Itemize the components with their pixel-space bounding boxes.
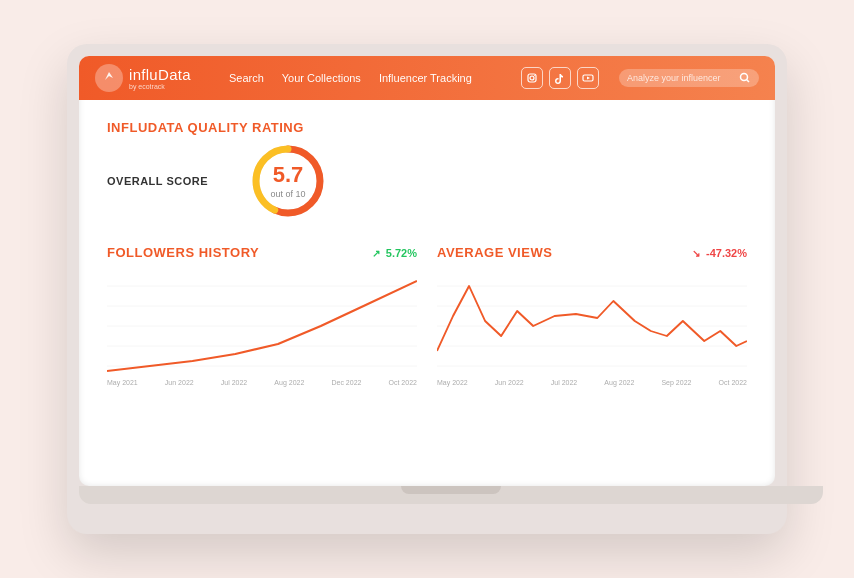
score-text: 5.7 out of 10 — [271, 162, 306, 199]
main-content: INFLUDATA QUALITY RATING OVERALL SCORE — [79, 100, 775, 406]
followers-chart-area — [107, 266, 417, 376]
social-icons — [521, 67, 599, 89]
followers-title: FOLLOWERS HISTORY — [107, 245, 259, 260]
views-chart-labels: May 2022 Jun 2022 Jul 2022 Aug 2022 Sep … — [437, 379, 747, 386]
tiktok-icon[interactable] — [549, 67, 571, 89]
views-chart-header: AVERAGE VIEWS ↘ -47.32% — [437, 245, 747, 260]
views-title: AVERAGE VIEWS — [437, 245, 552, 260]
overall-label: OVERALL SCORE — [107, 175, 208, 187]
instagram-icon[interactable] — [521, 67, 543, 89]
views-label-3: Aug 2022 — [604, 379, 634, 386]
nav-links: Search Your Collections Influencer Track… — [229, 72, 472, 84]
views-arrow-icon: ↘ — [692, 248, 700, 259]
followers-label-5: Oct 2022 — [389, 379, 417, 386]
svg-line-6 — [747, 80, 750, 83]
svg-marker-4 — [587, 77, 590, 80]
logo-text: influData — [129, 66, 191, 83]
score-donut: 5.7 out of 10 — [248, 141, 328, 221]
views-stat: ↘ -47.32% — [692, 247, 747, 259]
followers-label-3: Aug 2022 — [274, 379, 304, 386]
score-value: 5.7 — [271, 162, 306, 188]
followers-label-2: Jul 2022 — [221, 379, 247, 386]
followers-chart-labels: May 2021 Jun 2022 Jul 2022 Aug 2022 Dec … — [107, 379, 417, 386]
logo-sub: by ecotrack — [129, 83, 191, 90]
average-views-section: AVERAGE VIEWS ↘ -47.32% — [437, 245, 747, 386]
youtube-icon[interactable] — [577, 67, 599, 89]
svg-point-2 — [534, 75, 535, 76]
followers-label-1: Jun 2022 — [165, 379, 194, 386]
followers-chart-header: FOLLOWERS HISTORY ↗ 5.72% — [107, 245, 417, 260]
logo: influData by ecotrack — [95, 64, 191, 92]
views-label-4: Sep 2022 — [661, 379, 691, 386]
quality-rating-title: INFLUDATA QUALITY RATING — [107, 120, 747, 135]
quality-rating-section: INFLUDATA QUALITY RATING OVERALL SCORE — [107, 120, 747, 221]
charts-row: FOLLOWERS HISTORY ↗ 5.72% — [107, 245, 747, 386]
followers-label-0: May 2021 — [107, 379, 138, 386]
followers-history-section: FOLLOWERS HISTORY ↗ 5.72% — [107, 245, 417, 386]
views-chart-area — [437, 266, 747, 376]
score-out-of: out of 10 — [271, 189, 306, 200]
views-label-0: May 2022 — [437, 379, 468, 386]
nav-search[interactable]: Search — [229, 72, 264, 84]
svg-point-5 — [741, 74, 748, 81]
followers-stat: ↗ 5.72% — [372, 247, 417, 259]
svg-point-1 — [530, 76, 534, 80]
followers-arrow-icon: ↗ — [372, 248, 380, 259]
nav-tracking[interactable]: Influencer Tracking — [379, 72, 472, 84]
nav-collections[interactable]: Your Collections — [282, 72, 361, 84]
search-placeholder: Analyze your influencer — [627, 73, 734, 83]
views-label-1: Jun 2022 — [495, 379, 524, 386]
views-label-2: Jul 2022 — [551, 379, 577, 386]
laptop-frame: influData by ecotrack Search Your Collec… — [67, 44, 787, 534]
logo-icon — [95, 64, 123, 92]
followers-label-4: Dec 2022 — [331, 379, 361, 386]
navbar: influData by ecotrack Search Your Collec… — [79, 56, 775, 100]
search-bar[interactable]: Analyze your influencer — [619, 69, 759, 87]
views-label-5: Oct 2022 — [719, 379, 747, 386]
overall-score-row: OVERALL SCORE — [107, 141, 747, 221]
laptop-screen: influData by ecotrack Search Your Collec… — [79, 56, 775, 486]
